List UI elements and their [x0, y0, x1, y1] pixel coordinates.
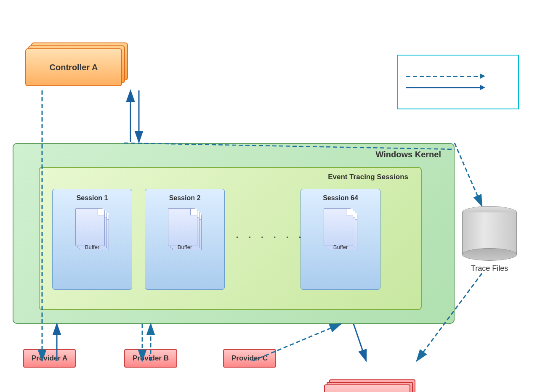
controller-box-front: Controller A [25, 48, 122, 86]
provider-b-label: Provider B [133, 354, 169, 362]
provider-a-label: Provider A [32, 354, 67, 362]
session-2-doc-stack: Buffer [166, 208, 204, 254]
consumer-box-front: Consumer [324, 384, 410, 392]
session-1-doc-stack: Buffer [73, 208, 111, 254]
provider-b-box: Provider B [124, 349, 177, 368]
controller-label: Controller A [50, 63, 98, 72]
arrow-session64-to-consumer [354, 324, 366, 361]
doc-page-3c [324, 208, 353, 246]
legend-dashed-row [406, 76, 510, 77]
legend-solid-arrow [406, 87, 482, 88]
session-2-title: Session 2 [169, 194, 201, 202]
session-2-box: Session 2 Buffer [145, 189, 225, 290]
kernel-box: Windows Kernel Event Tracing Sessions Se… [13, 143, 455, 324]
session-64-doc-stack: Buffer [322, 208, 359, 254]
session-1-buffer-label: Buffer [85, 244, 99, 250]
provider-c-box: Provider C [223, 349, 276, 368]
legend-box [397, 55, 519, 109]
session-64-buffer-label: Buffer [333, 244, 348, 250]
provider-a-box: Provider A [23, 349, 76, 368]
doc-page-3b [168, 208, 197, 246]
session-64-title: Session 64 [323, 194, 358, 202]
session-1-box: Session 1 Buffer [52, 189, 132, 290]
arrow-kernel-to-trace [455, 143, 482, 206]
sessions-box: Event Tracing Sessions Session 1 Buffer … [39, 167, 422, 310]
sessions-label: Event Tracing Sessions [328, 173, 408, 181]
session-2-buffer-label: Buffer [178, 244, 192, 250]
legend-solid-row [406, 87, 510, 88]
kernel-label: Windows Kernel [376, 150, 441, 159]
doc-page-3 [75, 208, 105, 246]
provider-c-label: Provider C [231, 354, 268, 362]
cylinder [462, 206, 517, 261]
cylinder-bottom [462, 248, 517, 261]
session-1-title: Session 1 [77, 194, 108, 202]
trace-files: Trace Files [462, 206, 517, 273]
trace-files-label: Trace Files [471, 264, 508, 273]
session-64-box: Session 64 Buffer [301, 189, 380, 290]
legend-dashed-arrow [406, 76, 482, 77]
diagram-container: Controller A Windows Kernel Event Tracin… [0, 0, 540, 392]
